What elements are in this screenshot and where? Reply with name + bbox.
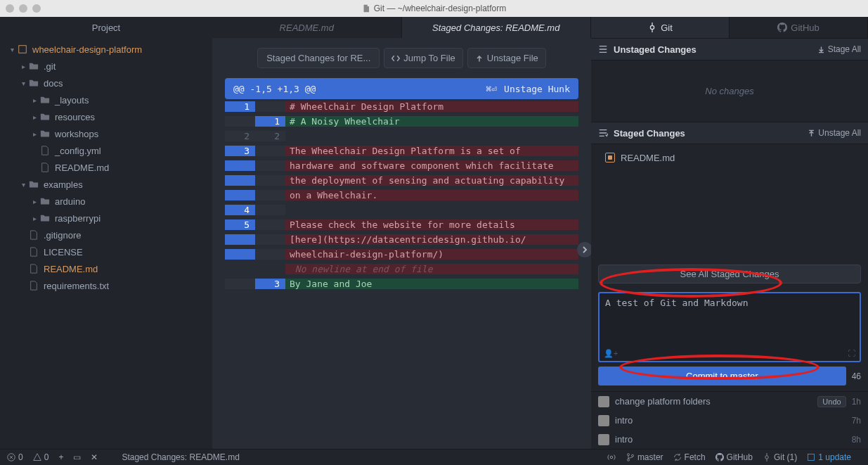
unstaged-header: Unstaged Changes — [614, 44, 817, 55]
squirrel-icon — [807, 453, 815, 461]
staged-file-row[interactable]: README.md — [591, 148, 868, 167]
jump-to-file-button[interactable]: Jump To File — [384, 48, 462, 68]
folder-icon — [39, 94, 51, 106]
toggle-button[interactable]: ▭ — [73, 452, 81, 462]
repo-icon — [17, 44, 28, 55]
tree-file[interactable]: .gitignore — [0, 227, 212, 243]
diff-line[interactable]: ·hardware and software component which f… — [225, 158, 578, 173]
folder-icon — [39, 196, 51, 207]
window-title: Git — ~/wheelchair-design-platform — [374, 4, 506, 13]
svg-point-6 — [765, 456, 769, 459]
update-indicator[interactable]: 1 update — [807, 452, 851, 462]
add-coauthor-icon[interactable]: 👤+ — [604, 349, 618, 358]
diff-line[interactable]: 22 — [225, 129, 578, 144]
diff-line[interactable]: 3By Jane and Joe — [225, 276, 578, 291]
tree-file[interactable]: README.md — [0, 260, 212, 277]
avatar — [598, 434, 609, 445]
diff-line[interactable]: 1# A Noisy Wheelchair — [225, 114, 578, 129]
warning-icon — [33, 453, 41, 461]
unstaged-empty: No changes — [591, 65, 868, 117]
tree-folder[interactable]: ▸.git — [0, 58, 212, 75]
folder-icon — [39, 111, 51, 122]
signal-icon[interactable] — [607, 452, 616, 462]
close-window-button[interactable] — [6, 4, 14, 13]
diff-line[interactable]: 4 — [225, 203, 578, 217]
tree-root[interactable]: ▾wheelchair-design-platform — [0, 41, 212, 58]
staged-file-name: README.md — [621, 153, 675, 163]
hunk-range: @@ -1,5 +1,3 @@ — [233, 84, 486, 94]
fetch-button[interactable]: Fetch — [673, 452, 706, 462]
arrow-up-icon — [808, 129, 815, 137]
close-button[interactable]: ✕ — [91, 452, 98, 462]
unstage-file-button[interactable]: Unstage File — [467, 48, 546, 68]
git-commit-icon — [763, 453, 771, 461]
editor-tabs: README.mdStaged Changes: README.md — [212, 17, 591, 38]
github-status[interactable]: GitHub — [715, 452, 753, 462]
recent-commit-row[interactable]: change platform foldersUndo1h — [591, 392, 868, 411]
tree-folder[interactable]: ▸workshops — [0, 125, 212, 142]
svg-point-4 — [627, 459, 629, 461]
see-all-staged-button[interactable]: See All Staged Changes — [598, 265, 861, 284]
modified-badge — [605, 153, 615, 163]
editor-tab[interactable]: README.md — [212, 17, 402, 38]
branch-icon — [626, 453, 635, 461]
file-icon — [28, 263, 39, 274]
project-panel-header: Project — [0, 17, 212, 38]
folder-icon — [28, 179, 39, 190]
recent-commit-row[interactable]: intro8h — [591, 430, 868, 449]
diff-line[interactable]: No newline at end of file — [225, 262, 578, 276]
folder-icon — [39, 128, 51, 139]
tree-folder[interactable]: ▸resources — [0, 108, 212, 125]
hunk-header[interactable]: @@ -1,5 +1,3 @@ ⌘⏎ Unstage Hunk — [225, 78, 578, 99]
avatar — [598, 415, 609, 426]
git-status[interactable]: Git (1) — [763, 452, 797, 462]
undo-button[interactable]: Undo — [817, 396, 846, 407]
svg-point-5 — [631, 454, 633, 457]
collapse-panel-button[interactable] — [577, 242, 592, 257]
file-icon — [39, 162, 51, 173]
diff-title: Staged Changes for RE... — [257, 48, 380, 68]
tree-file[interactable]: _config.yml — [0, 142, 212, 159]
diff-line[interactable]: 3The Wheelchair Design Platform is a set… — [225, 144, 578, 158]
diff-line[interactable]: ·[here](https://datacentricdesign.github… — [225, 232, 578, 247]
maximize-window-button[interactable] — [32, 4, 41, 13]
github-icon — [777, 23, 787, 32]
tree-folder[interactable]: ▸_layouts — [0, 91, 212, 108]
diff-line[interactable]: ·wheelchair-design-platform/) — [225, 247, 578, 262]
editor-tab[interactable]: Staged Changes: README.md — [402, 17, 592, 38]
project-tree[interactable]: ▾wheelchair-design-platform▸.git▾docs▸_l… — [0, 38, 212, 297]
tree-folder[interactable]: ▸arduino — [0, 193, 212, 210]
svg-rect-0 — [19, 46, 27, 53]
arrow-up-icon — [475, 54, 484, 63]
unstage-hunk-button[interactable]: Unstage Hunk — [504, 84, 570, 94]
diff-line[interactable]: 5Please check the website for more detai… — [225, 217, 578, 232]
diff-line[interactable]: ·the deployment of sensing and actuating… — [225, 173, 578, 188]
unstage-all-button[interactable]: Unstage All — [808, 128, 861, 138]
diff-line[interactable]: ·on a Wheelchair. — [225, 188, 578, 203]
tree-file[interactable]: README.md — [0, 159, 212, 176]
add-button[interactable]: + — [58, 452, 63, 462]
github-tab[interactable]: GitHub — [730, 17, 868, 38]
warning-count[interactable]: 0 — [33, 452, 49, 462]
stage-all-button[interactable]: Stage All — [817, 44, 861, 54]
sync-icon — [673, 453, 682, 461]
error-count[interactable]: 0 — [7, 452, 23, 462]
tree-file[interactable]: LICENSE — [0, 243, 212, 260]
tree-file[interactable]: requirements.txt — [0, 277, 212, 294]
minimize-window-button[interactable] — [19, 4, 27, 13]
folder-icon — [28, 77, 39, 89]
recent-commit-row[interactable]: intro7h — [591, 411, 868, 430]
branch-indicator[interactable]: master — [626, 452, 663, 462]
tree-folder[interactable]: ▾examples — [0, 176, 212, 193]
expand-icon[interactable]: ⛶ — [848, 349, 855, 358]
diff-line[interactable]: 1# Wheelchair Design Platform — [225, 99, 578, 114]
commit-message-box[interactable]: 👤+ ⛶ — [598, 292, 861, 362]
hunk-shortcut: ⌘⏎ — [486, 84, 497, 94]
tree-folder[interactable]: ▸raspberrypi — [0, 210, 212, 227]
commit-button[interactable]: Commit to master — [598, 367, 846, 386]
tree-folder[interactable]: ▾docs — [0, 75, 212, 91]
list-check-icon — [598, 128, 608, 138]
git-tab[interactable]: Git — [591, 17, 730, 38]
file-icon — [28, 246, 39, 257]
window-titlebar: Git — ~/wheelchair-design-platform — [0, 0, 868, 17]
